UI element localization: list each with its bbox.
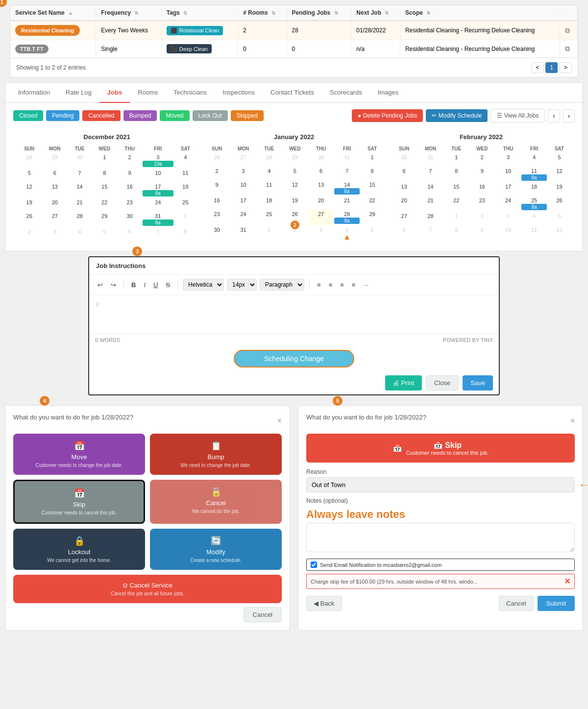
cal-day[interactable]: 318a bbox=[142, 212, 174, 227]
col-service-set-name[interactable]: Service Set Name ▲ bbox=[10, 5, 96, 21]
cal-day[interactable]: 8 bbox=[91, 169, 118, 182]
cal-event[interactable]: 10a bbox=[143, 161, 173, 167]
cal-event[interactable]: 8a bbox=[521, 204, 547, 210]
skip-button[interactable]: 📅 Skip Customer needs to cancel this job… bbox=[13, 480, 145, 524]
italic-button[interactable]: I bbox=[141, 280, 148, 290]
cal-event[interactable]: 8a bbox=[521, 174, 547, 181]
cal-day[interactable]: 1 bbox=[361, 153, 384, 167]
remove-charge-button[interactable]: ✕ bbox=[564, 577, 570, 586]
service-name-pill[interactable]: TTB T FT bbox=[15, 45, 49, 53]
close-button[interactable]: Close bbox=[426, 375, 459, 391]
tab-jobs[interactable]: Jobs bbox=[99, 83, 130, 103]
redo-button[interactable]: ↪ bbox=[108, 280, 119, 290]
cal-day[interactable]: 5 bbox=[548, 153, 571, 167]
notes-textarea[interactable] bbox=[306, 523, 575, 552]
tab-scorecards[interactable]: Scorecards bbox=[322, 83, 370, 103]
cal-day[interactable]: 28 bbox=[257, 153, 281, 167]
cal-day[interactable]: 5 bbox=[91, 227, 118, 241]
email-checkbox[interactable] bbox=[311, 562, 317, 568]
cal-day[interactable]: 5 bbox=[548, 212, 571, 225]
bold-button[interactable]: B bbox=[129, 280, 138, 290]
cal-day-today[interactable]: 27 bbox=[309, 210, 333, 225]
cal-day[interactable]: 30 bbox=[68, 153, 91, 169]
cal-day[interactable]: 18 bbox=[520, 182, 548, 196]
cal-day[interactable]: 7 bbox=[68, 169, 91, 182]
cal-day[interactable]: 19 bbox=[17, 198, 41, 212]
cal-day[interactable]: 27 bbox=[392, 212, 416, 225]
cal-day[interactable]: 29 bbox=[281, 153, 309, 167]
copy-icon[interactable]: ⧉ bbox=[565, 45, 570, 52]
back-button[interactable]: ◀ Back bbox=[306, 596, 342, 611]
cal-day[interactable]: 7 bbox=[333, 167, 361, 180]
cal-event[interactable]: 8a bbox=[143, 220, 173, 226]
cal-event[interactable]: 8a bbox=[334, 188, 360, 195]
cal-day[interactable]: 2 bbox=[468, 212, 496, 225]
cal-day[interactable]: 24 bbox=[229, 210, 257, 225]
cal-day[interactable]: 23 bbox=[468, 196, 496, 212]
calendar-next-button[interactable]: › bbox=[563, 109, 575, 122]
cal-day[interactable]: 7 bbox=[416, 225, 444, 239]
copy-icon[interactable]: ⧉ bbox=[565, 26, 570, 34]
table-row[interactable]: TTB T FT Single ⬛ Deep Clean 0 0 n/a Res… bbox=[10, 40, 578, 58]
reason-select[interactable]: Out of Town bbox=[306, 477, 575, 492]
cal-day[interactable]: 1 bbox=[174, 212, 196, 227]
cal-day[interactable]: 31 bbox=[416, 153, 444, 167]
cal-day[interactable]: 1 bbox=[91, 153, 118, 169]
cal-day[interactable]: 10 bbox=[496, 167, 520, 182]
cal-day[interactable]: 30 bbox=[392, 153, 416, 167]
cal-day[interactable]: 22 bbox=[361, 196, 384, 210]
cal-day[interactable]: 2 2 bbox=[281, 225, 309, 243]
move-button[interactable]: 📅 Move Customer needs to change the job … bbox=[13, 434, 145, 475]
submit-button[interactable]: Submit bbox=[538, 596, 575, 611]
cal-day[interactable]: 17 bbox=[496, 182, 520, 196]
status-cancelled[interactable]: Cancelled bbox=[82, 110, 120, 121]
tab-information[interactable]: Information bbox=[10, 83, 58, 103]
cal-day[interactable]: 5 bbox=[17, 169, 41, 182]
calendar-prev-button[interactable]: ‹ bbox=[548, 109, 560, 122]
cal-day[interactable]: 20 bbox=[41, 198, 68, 212]
page-1-button[interactable]: 1 bbox=[545, 62, 558, 73]
cal-day[interactable]: 3 bbox=[496, 153, 520, 167]
cal-day[interactable]: 20 bbox=[309, 196, 333, 210]
cal-day[interactable]: 24 bbox=[142, 198, 174, 212]
cal-day[interactable]: 20 bbox=[392, 196, 416, 212]
right-cancel-button[interactable]: Cancel bbox=[499, 596, 533, 611]
font-select[interactable]: Helvetica bbox=[183, 279, 224, 291]
cal-day[interactable]: 4 bbox=[68, 227, 91, 241]
close-panel-button[interactable]: × bbox=[277, 416, 282, 425]
cal-day[interactable]: 28 bbox=[17, 153, 41, 169]
cal-day[interactable]: 6 bbox=[41, 169, 68, 182]
status-skipped[interactable]: Skipped bbox=[231, 110, 264, 121]
cal-day[interactable]: 12 bbox=[548, 225, 571, 239]
cal-day[interactable]: 6 bbox=[392, 167, 416, 182]
table-row[interactable]: Residential Cleaning Every Two Weeks ⬛ R… bbox=[10, 21, 578, 40]
cal-day[interactable]: 288a bbox=[333, 210, 361, 225]
cal-day[interactable]: 6 bbox=[392, 225, 416, 239]
cal-day[interactable]: 12 bbox=[17, 182, 41, 198]
cal-day[interactable]: 1 bbox=[257, 225, 281, 243]
skip-large-button[interactable]: 📅 📅 Skip Customer needs to cancel this j… bbox=[306, 434, 575, 463]
cal-day[interactable]: 25 bbox=[174, 198, 196, 212]
tab-rooms[interactable]: Rooms bbox=[130, 83, 166, 103]
align-right-button[interactable]: ≡ bbox=[338, 280, 346, 290]
cal-day[interactable]: 30 bbox=[118, 212, 142, 227]
cal-day[interactable]: 19 bbox=[281, 196, 309, 210]
cal-day[interactable]: 30 bbox=[204, 225, 229, 243]
cal-day[interactable]: 22 bbox=[91, 198, 118, 212]
cal-day[interactable]: 21 bbox=[333, 196, 361, 210]
cal-day[interactable]: 24 bbox=[496, 196, 520, 212]
tab-technicians[interactable]: Technicians bbox=[166, 83, 215, 103]
cal-day[interactable]: 18 bbox=[257, 196, 281, 210]
cal-day[interactable]: 118a bbox=[520, 167, 548, 182]
status-closed[interactable]: Closed bbox=[13, 110, 43, 121]
cal-day[interactable]: 13 bbox=[41, 182, 68, 198]
cal-day[interactable]: 3 bbox=[496, 212, 520, 225]
col-tags[interactable]: Tags ⇅ bbox=[161, 5, 238, 21]
cal-day[interactable]: 26 bbox=[17, 212, 41, 227]
cal-day[interactable]: 3 bbox=[229, 167, 257, 180]
cal-day[interactable]: 16 bbox=[204, 196, 229, 210]
cal-day[interactable]: 25 bbox=[257, 210, 281, 225]
status-pending[interactable]: Pending bbox=[46, 110, 79, 121]
cal-day[interactable]: 1 bbox=[444, 153, 468, 167]
cal-day[interactable]: 7 bbox=[416, 167, 444, 182]
